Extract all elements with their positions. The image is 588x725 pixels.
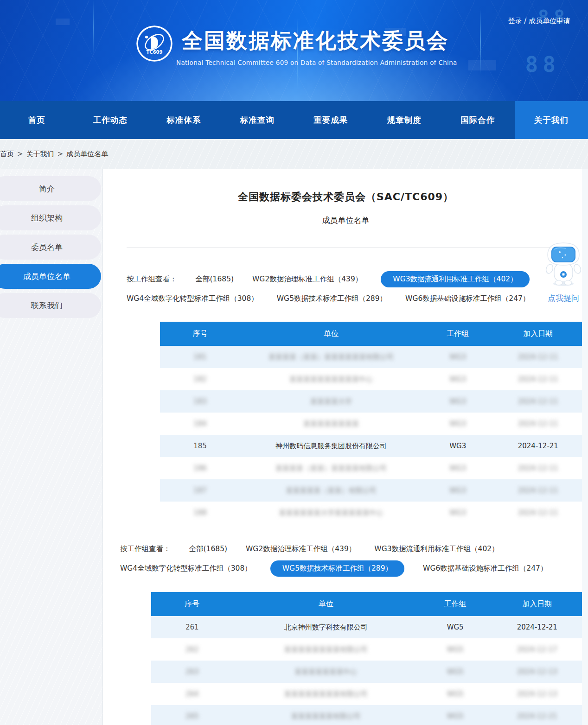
cell-date: 2024-12-21 xyxy=(492,623,582,631)
table-header-row: 序号单位工作组加入日期 xyxy=(160,322,582,346)
filter-option-0[interactable]: 全部(1685) xyxy=(189,544,228,554)
cell-date: 2024-12-11 xyxy=(494,509,582,517)
table-row: 262某某某某某某某某有限公司WG52024-12-17 xyxy=(151,638,582,661)
banner-decoration xyxy=(468,60,496,70)
sidebar: 简介组织架构委员名单成员单位名单联系我们 xyxy=(0,176,103,322)
cell-unit: 某某某某某某某某有限公司 xyxy=(233,690,419,699)
filter-option-0[interactable]: 全部(1685) xyxy=(196,274,234,284)
header-cell-3: 加入日期 xyxy=(492,599,582,609)
cell-group: WG3 xyxy=(422,397,494,406)
table-row: 185神州数码信息服务集团股份有限公司WG32024-12-21 xyxy=(160,435,582,457)
cell-group: WG3 xyxy=(422,464,494,472)
breadcrumb-item-1[interactable]: 关于我们 xyxy=(26,150,54,158)
filter-option-2[interactable]: WG3数据流通利用标准工作组（402） xyxy=(374,544,499,554)
nav-item-3[interactable]: 标准查询 xyxy=(221,101,294,139)
filter-option-2[interactable]: WG3数据流通利用标准工作组（402） xyxy=(381,271,529,287)
page-subtitle: 成员单位名单 xyxy=(103,215,588,226)
divider xyxy=(127,247,565,248)
cell-no: 261 xyxy=(151,623,233,631)
cell-date: 2024-12-17 xyxy=(492,645,582,654)
filter-option-5[interactable]: WG6数据基础设施标准工作组（247） xyxy=(405,294,530,304)
cell-date: 2024-12-13 xyxy=(492,690,582,698)
nav-item-0[interactable]: 首页 xyxy=(0,101,74,139)
filter-row: WG4全域数字化转型标准工作组（308）WG5数据技术标准工作组（289）WG6… xyxy=(120,560,588,577)
nav-item-2[interactable]: 标准体系 xyxy=(147,101,221,139)
sidebar-item-3[interactable]: 成员单位名单 xyxy=(0,264,101,289)
sidebar-item-2[interactable]: 委员名单 xyxy=(0,235,101,260)
cell-group: WG3 xyxy=(422,375,494,383)
sidebar-item-1[interactable]: 组织架构 xyxy=(0,205,101,230)
filter-option-5[interactable]: WG6数据基础设施标准工作组（247） xyxy=(423,564,547,573)
main-area: 简介组织架构委员名单成员单位名单联系我们 全国数据标委会技术委员会（SAC/TC… xyxy=(0,169,588,725)
cell-group: WG5 xyxy=(419,712,492,720)
cell-no: 184 xyxy=(160,420,240,428)
member-table-wg5: 序号单位工作组加入日期261北京神州数字科技有限公司WG52024-12-212… xyxy=(151,592,582,725)
filter-option-1[interactable]: WG2数据治理标准工作组（439） xyxy=(252,274,362,284)
cell-group: WG3 xyxy=(422,420,494,428)
sidebar-item-0[interactable]: 简介 xyxy=(0,176,101,201)
table-row: 263某某某某某某某中心WG52024-12-13 xyxy=(151,661,582,683)
header-cell-1: 单位 xyxy=(233,599,419,609)
cell-no: 188 xyxy=(160,509,240,517)
cell-date: 2024-12-13 xyxy=(492,668,582,676)
member-table-wg3: 序号单位工作组加入日期181某某某某（某某）某某某某某某有限公司WG32024-… xyxy=(160,322,582,524)
section-wg3: 按工作组查看：全部(1685)WG2数据治理标准工作组（439）WG3数据流通利… xyxy=(103,271,588,524)
cell-group: WG5 xyxy=(419,623,492,631)
nav-bar: 首页工作动态标准体系标准查询重要成果规章制度国际合作关于我们 xyxy=(0,101,588,139)
assistant-widget[interactable]: 点我提问 xyxy=(540,241,587,304)
filter-option-3[interactable]: WG4全域数字化转型标准工作组（308） xyxy=(127,294,258,304)
filter-option-4[interactable]: WG5数据技术标准工作组（289） xyxy=(277,294,387,304)
header-cell-2: 工作组 xyxy=(419,599,492,609)
robot-icon[interactable] xyxy=(544,241,583,288)
header-cell-2: 工作组 xyxy=(422,329,494,339)
cell-group: WG5 xyxy=(419,645,492,654)
cell-unit: 某某某某大学 xyxy=(240,397,422,406)
table-row: 264某某某某某某某某有限公司WG52024-12-13 xyxy=(151,683,582,705)
login-link[interactable]: 登录 / 成员单位申请 xyxy=(508,17,570,25)
filter-group-1: 按工作组查看：全部(1685)WG2数据治理标准工作组（439）WG3数据流通利… xyxy=(127,271,588,307)
cell-group: WG3 xyxy=(422,509,494,517)
cell-date: 2024-12-11 xyxy=(494,420,582,428)
cell-unit: 北京神州数字科技有限公司 xyxy=(233,623,419,632)
filter-option-4[interactable]: WG5数据技术标准工作组（289） xyxy=(270,560,404,577)
banner: 88 88 TC609 全国数据标准化技术委员会 National Techni… xyxy=(0,0,588,101)
table-row: 187某某某某某（某某）有限公司WG32024-12-11 xyxy=(160,479,582,502)
assistant-label[interactable]: 点我提问 xyxy=(540,293,587,304)
cell-no: 186 xyxy=(160,464,240,472)
breadcrumb: 首页>关于我们>成员单位名单 xyxy=(0,139,588,169)
breadcrumb-item-2[interactable]: 成员单位名单 xyxy=(66,150,108,158)
banner-subtitle-en: National Technical Committee 609 on Data… xyxy=(176,59,454,66)
cell-date: 2024-12-21 xyxy=(494,442,582,450)
section-wg5: 按工作组查看：全部(1685)WG2数据治理标准工作组（439）WG3数据流通利… xyxy=(103,541,588,725)
table-row: 182某某某某某某某某某某中心WG32024-12-11 xyxy=(160,368,582,390)
filter-option-1[interactable]: WG2数据治理标准工作组（439） xyxy=(246,544,356,554)
cell-unit: 某某某某某某有限公司 xyxy=(233,712,419,721)
cell-no: 182 xyxy=(160,375,240,383)
nav-item-1[interactable]: 工作动态 xyxy=(74,101,147,139)
nav-item-7[interactable]: 关于我们 xyxy=(515,101,588,139)
nav-item-6[interactable]: 国际合作 xyxy=(441,101,515,139)
cell-unit: 某某某某（某某）某某某某某某有限公司 xyxy=(240,353,422,362)
filter-row: WG4全域数字化转型标准工作组（308）WG5数据技术标准工作组（289）WG6… xyxy=(127,290,588,307)
cell-date: 2024-12-11 xyxy=(494,375,582,383)
table-row: 184某某某某某某某某WG32024-12-11 xyxy=(160,413,582,435)
cell-no: 187 xyxy=(160,486,240,495)
table-row: 188某某某某某某大学某某某某某中心WG32024-12-11 xyxy=(160,502,582,524)
cell-date: 2024-12-21 xyxy=(492,712,582,720)
table-row: 265某某某某某某有限公司WG52024-12-21 xyxy=(151,705,582,725)
nav-item-5[interactable]: 规章制度 xyxy=(368,101,441,139)
tc609-logo: TC609 xyxy=(135,25,173,63)
cell-unit: 某某某某某某某中心 xyxy=(233,668,419,676)
table-row: 183某某某某大学WG32024-12-11 xyxy=(160,390,582,413)
filter-option-3[interactable]: WG4全域数字化转型标准工作组（308） xyxy=(120,564,252,573)
cell-no: 263 xyxy=(151,668,233,676)
breadcrumb-item-0[interactable]: 首页 xyxy=(0,150,14,158)
sidebar-item-4[interactable]: 联系我们 xyxy=(0,293,101,318)
header-cell-0: 序号 xyxy=(151,599,233,609)
banner-decoration: 88 xyxy=(525,52,560,77)
nav-item-4[interactable]: 重要成果 xyxy=(294,101,368,139)
cell-group: WG3 xyxy=(422,442,494,450)
cell-no: 181 xyxy=(160,353,240,361)
content-panel: 全国数据标委会技术委员会（SAC/TC609） 成员单位名单 按工作组查看：全部… xyxy=(103,169,588,725)
cell-date: 2024-12-11 xyxy=(494,464,582,472)
